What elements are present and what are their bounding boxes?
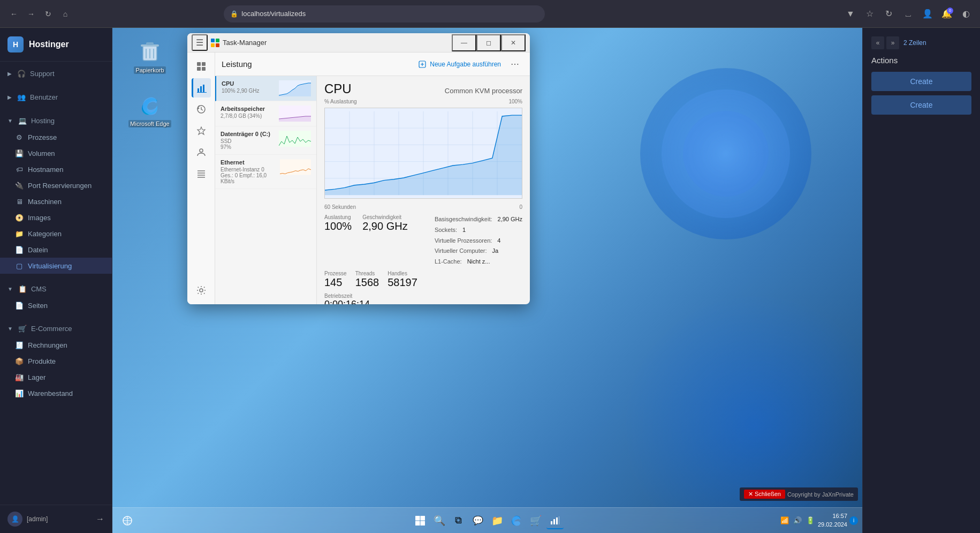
sidebar-group-benutzer: ▶ 👥 Benutzer: [0, 85, 112, 109]
tm-maximize-button[interactable]: ◻: [476, 34, 501, 51]
content-area: Papierkorb Microsoft: [112, 28, 862, 533]
virtualisierung-icon: ▢: [15, 261, 24, 270]
desktop-icon-edge[interactable]: Microsoft Edge: [128, 92, 171, 127]
sidebar-item-maschinen[interactable]: 🖥 Maschinen: [0, 193, 112, 209]
sidebar-group-support: ▶ 🎧 Support: [0, 62, 112, 85]
prozesse-section: Prozesse 145: [324, 271, 347, 289]
sidebar-item-prozesse[interactable]: ⚙ Prozesse: [0, 129, 112, 145]
sidebar-item-port-reservierungen[interactable]: 🔌 Port Reservierungen: [0, 177, 112, 193]
sidebar-item-kategorien[interactable]: 📁 Kategorien: [0, 226, 112, 242]
dark-mode-icon[interactable]: ◐: [959, 6, 974, 21]
actions-nav-right[interactable]: »: [886, 36, 899, 49]
cpu-graph-labels: % Auslastung 100%: [324, 99, 522, 106]
prozesse-stat-value: 145: [324, 276, 347, 289]
taskbar-taskmanager-icon[interactable]: [546, 512, 564, 529]
favorites-icon[interactable]: ☆: [862, 6, 877, 21]
desktop-icon-papierkorb[interactable]: Papierkorb: [128, 39, 171, 74]
tm-more-button[interactable]: ⋯: [506, 57, 523, 71]
sidebar-item-ecommerce[interactable]: ▼ 🛒 E-Commerce: [0, 320, 112, 337]
sidebar-item-datein[interactable]: 📄 Datein: [0, 242, 112, 258]
tm-menu-button[interactable]: ☰: [192, 34, 208, 51]
sidebar-item-images[interactable]: 📀 Images: [0, 209, 112, 226]
refresh-page-icon[interactable]: ↻: [882, 6, 897, 21]
tm-sidebar-users[interactable]: [192, 142, 211, 162]
tm-sidebar-history[interactable]: [192, 100, 211, 119]
tm-perf-cpu[interactable]: CPU 100% 2,90 GHz: [215, 76, 316, 101]
tm-sidebar-details[interactable]: [192, 164, 211, 183]
memory-item-sub: 2,7/8,0 GB (34%): [221, 113, 265, 119]
forward-button[interactable]: →: [24, 6, 39, 21]
sidebar-item-seiten[interactable]: 📄 Seiten: [0, 297, 112, 313]
sidebar-item-produkte[interactable]: 📦 Produkte: [0, 353, 112, 369]
sidebar-item-cms[interactable]: ▼ 📋 CMS: [0, 280, 112, 297]
close-copyright-button[interactable]: ✕ Schließen: [744, 490, 785, 499]
tm-close-button[interactable]: ✕: [501, 34, 526, 51]
logout-button[interactable]: →: [96, 514, 104, 524]
tm-perf-disk[interactable]: Datenträger 0 (C:) SSD97%: [215, 126, 316, 155]
taskbar-battery-icon[interactable]: 🔋: [805, 515, 816, 526]
address-bar[interactable]: 🔒 localhost/virtualizeds: [224, 5, 545, 22]
windows-taskbar: 🔍 ⧉ 💬 📁 🛒: [112, 507, 862, 533]
sidebar-item-volumen[interactable]: 💾 Volumen: [0, 145, 112, 161]
sidebar-item-hosting[interactable]: ▼ 💻 Hosting: [0, 112, 112, 129]
taskbar-start-icon[interactable]: [412, 512, 429, 529]
cpu-process-stats: Prozesse 145 Threads 1568 Handles: [324, 271, 522, 289]
sidebar-item-support[interactable]: ▶ 🎧 Support: [0, 65, 112, 82]
create-button-2[interactable]: Create: [871, 95, 971, 115]
taskbar-volume-icon[interactable]: 🔊: [792, 515, 803, 526]
tm-section-title: Leistung: [222, 59, 413, 69]
home-button[interactable]: ⌂: [58, 6, 73, 21]
tm-perf-ethernet[interactable]: Ethernet Ethernet-Instanz 0Ges.: 0 Empf.…: [215, 155, 316, 189]
refresh-button[interactable]: ↻: [41, 6, 56, 21]
tm-cpu-header: CPU Common KVM processor: [324, 81, 522, 96]
sidebar-item-warenbestand[interactable]: 📊 Warenbestand: [0, 385, 112, 401]
handles-stat-value: 58197: [388, 276, 417, 289]
sidebar-item-rechnungen[interactable]: 🧾 Rechnungen: [0, 337, 112, 353]
chevron-down-icon: ▼: [7, 118, 13, 124]
taskbar-time[interactable]: 16:57 29.02.2024: [818, 512, 847, 529]
sidebar-item-lager[interactable]: 🏭 Lager: [0, 369, 112, 385]
actions-nav-left[interactable]: «: [871, 36, 884, 49]
back-button[interactable]: ←: [6, 6, 21, 21]
tm-title-text: Task-Manager: [223, 39, 452, 47]
tm-new-task-button[interactable]: Neue Aufgabe ausführen: [413, 58, 506, 70]
sidebar-item-benutzer[interactable]: ▶ 👥 Benutzer: [0, 88, 112, 106]
url-text: localhost/virtualizeds: [241, 10, 306, 18]
cpu-title: CPU: [324, 81, 352, 96]
svg-rect-20: [197, 92, 207, 93]
support-label: Support: [30, 70, 55, 78]
taskbar-teams-icon[interactable]: 💬: [469, 512, 487, 529]
tm-sidebar-overview[interactable]: [192, 57, 211, 76]
tm-minimize-button[interactable]: —: [452, 34, 476, 51]
taskbar-search-icon[interactable]: 🔍: [431, 512, 448, 529]
sidebar-item-hostnamen[interactable]: 🏷 Hostnamen: [0, 161, 112, 177]
extensions-icon[interactable]: ▼: [843, 6, 858, 21]
create-button-1[interactable]: Create: [871, 72, 971, 91]
prozesse-stat-label: Prozesse: [324, 271, 347, 276]
taskbar-taskview-icon[interactable]: ⧉: [450, 512, 467, 529]
actions-title-container: Actions: [871, 56, 971, 65]
actions-lines-label: 2 Zeilen: [903, 39, 926, 47]
profile-icon[interactable]: 👤: [920, 6, 935, 21]
tm-window-buttons: — ◻ ✕: [452, 34, 526, 51]
svg-rect-58: [556, 517, 558, 524]
edge-label: Microsoft Edge: [128, 120, 171, 127]
svg-rect-53: [420, 516, 425, 521]
taskbar-edge-icon[interactable]: [508, 512, 525, 529]
virt-comp-label: Virtueller Computer:: [435, 246, 487, 257]
prozesse-icon: ⚙: [15, 133, 24, 141]
tm-sidebar-settings[interactable]: [192, 281, 211, 300]
taskbar-info-icon[interactable]: i: [849, 516, 858, 525]
sidebar-item-virtualisierung[interactable]: ▢ Virtualisierung: [0, 258, 112, 274]
taskbar-browser-icon[interactable]: [119, 512, 136, 529]
tm-sidebar-startup[interactable]: [192, 121, 211, 140]
taskbar-store-icon[interactable]: 🛒: [527, 512, 544, 529]
taskbar-network-icon[interactable]: 📶: [779, 515, 790, 526]
split-icon[interactable]: ⎵: [901, 6, 916, 21]
chevron-right-icon2: ▶: [7, 94, 12, 100]
taskbar-fileexplorer-icon[interactable]: 📁: [489, 512, 506, 529]
tm-perf-memory[interactable]: Arbeitsspeicher 2,7/8,0 GB (34%): [215, 101, 316, 126]
geschwindigkeit-label: Geschwindigkeit: [362, 214, 407, 220]
task-manager-window: ☰ Task-Manager — ◻ ✕: [187, 33, 530, 304]
tm-sidebar-performance[interactable]: [192, 78, 211, 97]
